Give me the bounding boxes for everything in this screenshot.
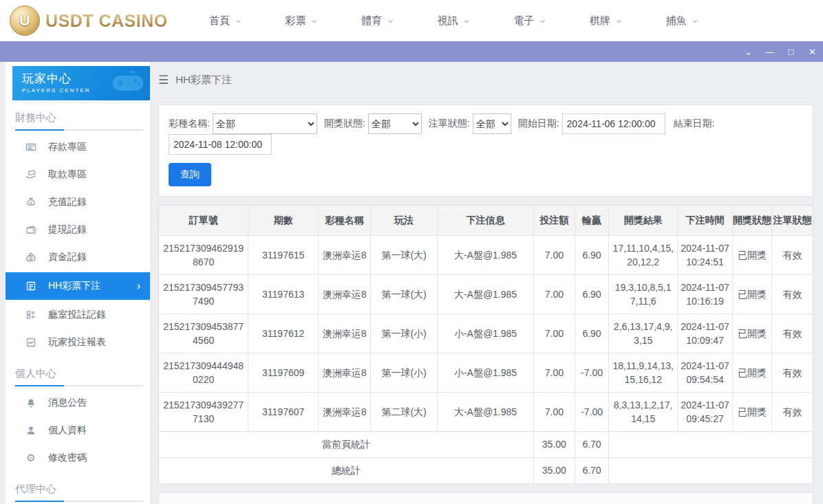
sidebar-item-label: 消息公告: [48, 397, 87, 409]
sidebar-item-deposit-area[interactable]: 存款專區: [6, 133, 150, 161]
user-icon: [25, 425, 37, 436]
table-row: 215217309457793749031197613澳洲幸运8第一球(大)大-…: [159, 275, 813, 314]
search-button[interactable]: 查詢: [169, 163, 211, 186]
sidebar-item-recharge-record[interactable]: 充值記錄: [6, 188, 150, 216]
table-cell: 澳洲幸运8: [319, 236, 371, 275]
sidebar-item-profile[interactable]: 個人資料: [6, 417, 150, 444]
window-chevron-icon[interactable]: ⌄: [738, 41, 759, 62]
sidebar-item-withdraw-area[interactable]: 取款專區: [6, 161, 150, 188]
nav-item-chess[interactable]: 棋牌 ⌄: [590, 14, 623, 28]
nav-item-electronic[interactable]: 電子 ⌄: [513, 14, 547, 28]
table-cell: 31197607: [248, 393, 319, 432]
sidebar-item-hall-bet-record[interactable]: 廳室投註記錄: [6, 301, 150, 329]
players-center-banner: 玩家中心 PLAYERS CENTER: [12, 66, 150, 100]
sidebar-item-hh-lottery-bets[interactable]: HH彩票下注 ›: [6, 272, 150, 300]
summary-win-loss: 6.70: [575, 432, 608, 458]
chevron-down-icon: ⌄: [234, 16, 243, 23]
money-bag-icon: [25, 197, 37, 208]
window-minimize-icon[interactable]: —: [759, 41, 780, 62]
table-cell: 已開獎: [732, 236, 771, 275]
nav-label: 棋牌: [590, 14, 610, 28]
gamepad-icon: [109, 70, 145, 94]
withdraw-hand-icon: [25, 169, 37, 180]
brand-logo[interactable]: U USDT CASINO: [10, 6, 182, 36]
gear-icon: ⚙: [25, 452, 37, 463]
filter-panel: 彩種名稱: 全部 開獎狀態: 全部 注單狀態: 全部 開始日期: 結束日期: 查…: [158, 105, 813, 197]
sidebar-item-label: 資金記錄: [48, 251, 87, 263]
table-cell: 7.00: [533, 236, 575, 275]
chevron-down-icon: ⌄: [538, 16, 547, 23]
bet-table: 訂單號期數彩種名稱玩法下注信息投注額輸贏開獎結果下注時間開獎狀態注單狀態 215…: [158, 205, 813, 484]
order-status-select[interactable]: 全部: [473, 113, 511, 134]
lottery-list-icon: [25, 281, 37, 292]
breadcrumb: ☰ HH彩票下注: [158, 62, 813, 98]
sidebar-item-change-password[interactable]: ⚙ 修改密碼: [6, 444, 150, 472]
draw-status-label: 開獎狀態:: [324, 118, 365, 130]
chevron-right-icon: ›: [137, 280, 140, 292]
nav-item-lottery[interactable]: 彩票 ⌄: [286, 14, 319, 28]
table-cell: 小-A盤@1.985: [438, 314, 534, 353]
chevron-down-icon: ⌄: [386, 16, 395, 23]
table-cell: 19,3,10,8,5,17,11,6: [609, 275, 678, 314]
lottery-name-label: 彩種名稱:: [169, 118, 210, 130]
nav-label: 視訊: [438, 14, 458, 28]
table-header-cell: 投注額: [533, 206, 575, 236]
table-cell: 大-A盤@1.985: [438, 275, 534, 314]
table-cell: 6.90: [575, 314, 608, 353]
table-cell: 31197615: [248, 236, 319, 275]
sidebar-item-announcements[interactable]: 消息公告: [6, 389, 150, 417]
logo-coin-icon: U: [10, 6, 40, 36]
summary-row: 總統計35.006.70: [159, 458, 813, 484]
table-cell: 7.00: [533, 353, 575, 393]
chevron-down-icon: ⌄: [310, 16, 319, 23]
nav-item-home[interactable]: 首頁 ⌄: [209, 14, 243, 28]
chevron-down-icon: ⌄: [614, 16, 623, 23]
draw-status-select[interactable]: 全部: [368, 113, 422, 134]
table-cell: 有效: [772, 236, 813, 275]
window-maximize-icon[interactable]: □: [780, 41, 802, 62]
coin-purse-icon: [25, 252, 37, 263]
deposit-card-icon: [25, 142, 37, 153]
nav-item-fishing[interactable]: 捕魚 ⌄: [665, 14, 699, 28]
summary-bet-total: 35.00: [533, 432, 575, 458]
sidebar-item-label: 廳室投註記錄: [48, 309, 106, 321]
menu-icon[interactable]: ☰: [158, 73, 169, 87]
table-cell: 6.90: [575, 275, 608, 314]
table-cell: 大-A盤@1.985: [438, 393, 534, 432]
table-cell: 澳洲幸运8: [319, 275, 371, 314]
sidebar-item-label: 提現記錄: [48, 223, 87, 236]
sidebar-item-label: HH彩票下注: [48, 280, 100, 292]
section-rule: [15, 129, 143, 131]
summary-label: 總統計: [159, 458, 534, 484]
table-cell: 7.00: [533, 275, 575, 314]
table-cell: 有效: [772, 353, 813, 393]
sidebar-item-fund-record[interactable]: 資金記錄: [6, 243, 150, 271]
window-titlebar: ⌄ — □ ✕: [0, 41, 823, 62]
table-cell: 已開獎: [732, 275, 771, 314]
sidebar: 玩家中心 PLAYERS CENTER 財務中心 存款專區 取款專區: [6, 62, 150, 504]
end-date-input[interactable]: [169, 134, 272, 155]
window-close-icon[interactable]: ✕: [802, 41, 823, 62]
table-cell: 第一球(大): [371, 275, 438, 314]
lottery-name-select[interactable]: 全部: [213, 113, 317, 134]
nav-label: 捕魚: [665, 14, 686, 28]
nav-item-video[interactable]: 視訊 ⌄: [438, 14, 471, 28]
nav-item-sports[interactable]: 體育 ⌄: [361, 14, 395, 28]
table-cell: 已開獎: [732, 314, 771, 353]
nav-label: 電子: [513, 14, 534, 28]
table-cell: 有效: [772, 275, 813, 314]
start-date-input[interactable]: [562, 113, 665, 134]
table-cell: 31197613: [248, 275, 319, 314]
wallet-icon: [25, 224, 37, 235]
sidebar-item-player-bet-report[interactable]: 玩家投注報表: [6, 329, 150, 356]
sidebar-item-label: 修改密碼: [48, 452, 87, 464]
table-header-cell: 彩種名稱: [319, 206, 371, 236]
pagination-bar: 每頁顯示20條 共5条 首页 上一页 [1] 下一页 第 页 跳转: [158, 492, 813, 504]
table-cell: 2152173094577937490: [159, 275, 248, 314]
table-cell: 已開獎: [732, 393, 771, 432]
sidebar-item-label: 存款專區: [48, 141, 87, 153]
sidebar-item-cashout-record[interactable]: 提現記錄: [6, 216, 150, 243]
table-header-cell: 輸贏: [575, 206, 608, 236]
nav-label: 彩票: [286, 14, 306, 28]
section-rule: [15, 385, 143, 386]
